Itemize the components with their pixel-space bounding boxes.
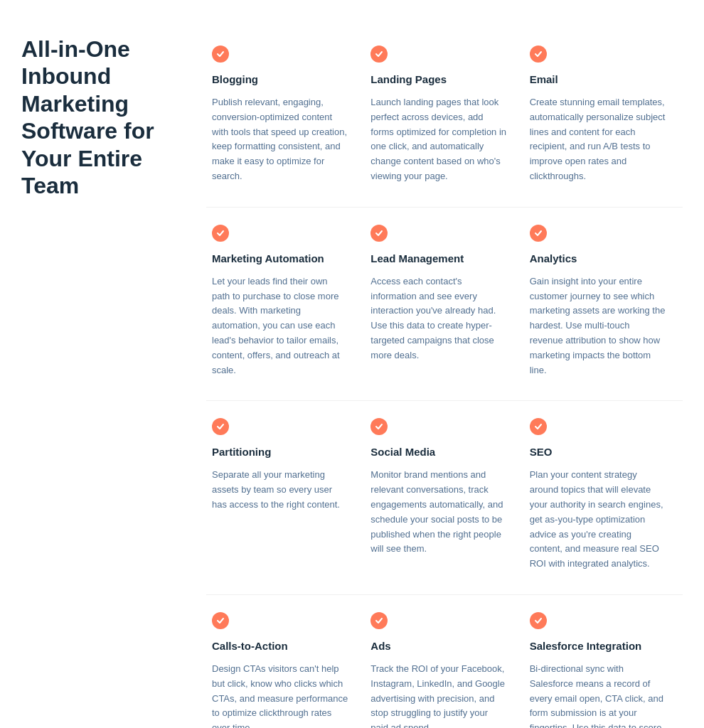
- check-icon: [530, 418, 547, 435]
- feature-title-social-media: Social Media: [370, 444, 506, 461]
- check-icon: [212, 612, 229, 629]
- check-icon: [212, 46, 229, 63]
- feature-title-partitioning: Partitioning: [212, 444, 348, 461]
- feature-cell-ads: Ads Track the ROI of your Facebook, Inst…: [365, 595, 523, 728]
- features-grid: Blogging Publish relevant, engaging, con…: [206, 28, 683, 728]
- feature-cell-lead-management: Lead Management Access each contact's in…: [365, 208, 523, 401]
- check-icon: [212, 225, 229, 242]
- page-title: All-in-One Inbound Marketing Software fo…: [21, 36, 178, 199]
- feature-desc-landing-pages: Launch landing pages that look perfect a…: [370, 95, 506, 184]
- feature-title-calls-to-action: Calls-to-Action: [212, 638, 348, 655]
- feature-title-salesforce-integration: Salesforce Integration: [530, 638, 666, 655]
- feature-desc-salesforce-integration: Bi-directional sync with Salesforce mean…: [530, 662, 666, 728]
- feature-desc-calls-to-action: Design CTAs visitors can't help but clic…: [212, 662, 348, 728]
- feature-desc-email: Create stunning email templates, automat…: [530, 95, 666, 184]
- check-icon: [530, 612, 547, 629]
- feature-cell-salesforce-integration: Salesforce Integration Bi-directional sy…: [524, 595, 683, 728]
- feature-cell-landing-pages: Landing Pages Launch landing pages that …: [365, 28, 523, 207]
- feature-title-seo: SEO: [530, 444, 666, 461]
- feature-title-email: Email: [530, 71, 666, 88]
- check-icon: [370, 225, 388, 242]
- feature-title-ads: Ads: [370, 638, 506, 655]
- feature-desc-social-media: Monitor brand mentions and relevant conv…: [370, 468, 506, 557]
- feature-cell-social-media: Social Media Monitor brand mentions and …: [365, 401, 523, 594]
- feature-cell-seo: SEO Plan your content strategy around to…: [524, 401, 683, 594]
- page-wrapper: All-in-One Inbound Marketing Software fo…: [0, 0, 704, 728]
- feature-cell-analytics: Analytics Gain insight into your entire …: [524, 208, 683, 401]
- feature-desc-partitioning: Separate all your marketing assets by te…: [212, 468, 348, 512]
- feature-cell-blogging: Blogging Publish relevant, engaging, con…: [206, 28, 365, 207]
- feature-desc-blogging: Publish relevant, engaging, conversion-o…: [212, 95, 348, 184]
- check-icon: [370, 612, 388, 629]
- feature-desc-analytics: Gain insight into your entire customer j…: [530, 274, 666, 378]
- feature-desc-lead-management: Access each contact's information and se…: [370, 274, 506, 363]
- feature-cell-calls-to-action: Calls-to-Action Design CTAs visitors can…: [206, 595, 365, 728]
- check-icon: [530, 225, 547, 242]
- check-icon: [530, 46, 547, 63]
- feature-cell-marketing-automation: Marketing Automation Let your leads find…: [206, 208, 365, 401]
- feature-title-blogging: Blogging: [212, 71, 348, 88]
- check-icon: [212, 418, 229, 435]
- check-icon: [370, 418, 388, 435]
- feature-title-landing-pages: Landing Pages: [370, 71, 506, 88]
- sidebar: All-in-One Inbound Marketing Software fo…: [21, 28, 178, 728]
- feature-cell-partitioning: Partitioning Separate all your marketing…: [206, 401, 365, 594]
- feature-title-marketing-automation: Marketing Automation: [212, 250, 348, 267]
- feature-desc-marketing-automation: Let your leads find their own path to pu…: [212, 274, 348, 378]
- feature-desc-seo: Plan your content strategy around topics…: [530, 468, 666, 572]
- feature-desc-ads: Track the ROI of your Facebook, Instagra…: [370, 662, 506, 728]
- feature-title-lead-management: Lead Management: [370, 250, 506, 267]
- check-icon: [370, 46, 388, 63]
- feature-title-analytics: Analytics: [530, 250, 666, 267]
- feature-cell-email: Email Create stunning email templates, a…: [524, 28, 683, 207]
